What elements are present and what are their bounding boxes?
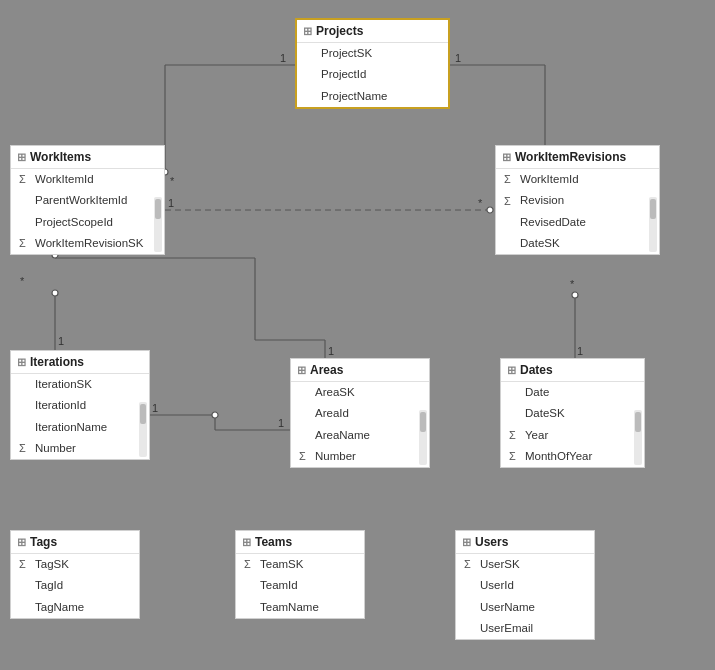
table-field: ΣTeamSK xyxy=(236,554,364,575)
scroll-indicator[interactable] xyxy=(139,402,147,457)
table-name-dates: Dates xyxy=(520,363,553,377)
table-workitems[interactable]: ⊞WorkItemsΣWorkItemIdParentWorkItemIdPro… xyxy=(10,145,165,255)
table-body-tags: ΣTagSKTagIdTagName xyxy=(11,554,139,618)
table-icon: ⊞ xyxy=(303,25,312,38)
scroll-thumb xyxy=(420,412,426,432)
field-name: UserEmail xyxy=(480,620,533,637)
table-field: ΣNumber xyxy=(291,446,417,467)
table-name-teams: Teams xyxy=(255,535,292,549)
table-field: UserId xyxy=(456,575,594,596)
field-name: UserSK xyxy=(480,556,520,573)
table-field: AreaName xyxy=(291,425,417,446)
table-field: ΣYear xyxy=(501,425,632,446)
table-field: UserName xyxy=(456,597,594,618)
field-sigma: Σ xyxy=(509,427,521,444)
field-sigma: Σ xyxy=(19,440,31,457)
table-body-teams: ΣTeamSKTeamIdTeamName xyxy=(236,554,364,618)
field-name: DateSK xyxy=(520,235,560,252)
field-name: Year xyxy=(525,427,548,444)
table-header-users: ⊞Users xyxy=(456,531,594,554)
scroll-indicator[interactable] xyxy=(634,410,642,465)
table-users[interactable]: ⊞UsersΣUserSKUserIdUserNameUserEmail xyxy=(455,530,595,640)
field-sigma: Σ xyxy=(19,556,31,573)
field-name: Date xyxy=(525,384,549,401)
table-header-dates: ⊞Dates xyxy=(501,359,644,382)
field-name: ParentWorkItemId xyxy=(35,192,127,209)
field-name: TeamName xyxy=(260,599,319,616)
field-name: RevisedDate xyxy=(520,214,586,231)
table-field: ProjectScopeId xyxy=(11,212,152,233)
table-field: IterationSK xyxy=(11,374,137,395)
table-areas[interactable]: ⊞AreasAreaSKAreaIdAreaNameΣNumber xyxy=(290,358,430,468)
table-header-workitems: ⊞WorkItems xyxy=(11,146,164,169)
field-name: TagId xyxy=(35,577,63,594)
table-field: TagId xyxy=(11,575,139,596)
table-workitemrevisions[interactable]: ⊞WorkItemRevisionsΣWorkItemIdΣRevisionRe… xyxy=(495,145,660,255)
scroll-indicator[interactable] xyxy=(419,410,427,465)
table-dates[interactable]: ⊞DatesDateDateSKΣYearΣMonthOfYear xyxy=(500,358,645,468)
table-field: TeamName xyxy=(236,597,364,618)
table-icon: ⊞ xyxy=(507,364,516,377)
table-body-dates: DateDateSKΣYearΣMonthOfYear xyxy=(501,382,644,467)
table-field: Date xyxy=(501,382,632,403)
table-body-workitemrevisions: ΣWorkItemIdΣRevisionRevisedDateDateSK xyxy=(496,169,659,254)
field-name: ProjectName xyxy=(321,88,387,105)
field-sigma: Σ xyxy=(299,448,311,465)
table-field: AreaSK xyxy=(291,382,417,403)
table-field: ProjectId xyxy=(297,64,448,85)
field-name: TagSK xyxy=(35,556,69,573)
table-tags[interactable]: ⊞TagsΣTagSKTagIdTagName xyxy=(10,530,140,619)
field-name: Revision xyxy=(520,192,564,209)
scroll-thumb xyxy=(635,412,641,432)
table-field: TagName xyxy=(11,597,139,618)
table-body-areas: AreaSKAreaIdAreaNameΣNumber xyxy=(291,382,429,467)
field-sigma: Σ xyxy=(509,448,521,465)
table-field: IterationId xyxy=(11,395,137,416)
table-body-projects: ProjectSKProjectIdProjectName xyxy=(297,43,448,107)
table-field: ΣNumber xyxy=(11,438,137,459)
table-header-iterations: ⊞Iterations xyxy=(11,351,149,374)
table-teams[interactable]: ⊞TeamsΣTeamSKTeamIdTeamName xyxy=(235,530,365,619)
field-name: ProjectId xyxy=(321,66,366,83)
field-sigma: Σ xyxy=(504,171,516,188)
table-name-workitems: WorkItems xyxy=(30,150,91,164)
scroll-indicator[interactable] xyxy=(649,197,657,252)
field-name: AreaName xyxy=(315,427,370,444)
table-iterations[interactable]: ⊞IterationsIterationSKIterationIdIterati… xyxy=(10,350,150,460)
table-field: ProjectSK xyxy=(297,43,448,64)
scroll-indicator[interactable] xyxy=(154,197,162,252)
field-name: AreaId xyxy=(315,405,349,422)
field-name: UserName xyxy=(480,599,535,616)
table-field: DateSK xyxy=(501,403,632,424)
table-field: ΣRevision xyxy=(496,190,647,211)
table-icon: ⊞ xyxy=(297,364,306,377)
table-icon: ⊞ xyxy=(17,356,26,369)
field-name: DateSK xyxy=(525,405,565,422)
table-name-tags: Tags xyxy=(30,535,57,549)
table-name-workitemrevisions: WorkItemRevisions xyxy=(515,150,626,164)
field-name: ProjectSK xyxy=(321,45,372,62)
table-name-iterations: Iterations xyxy=(30,355,84,369)
field-name: IterationId xyxy=(35,397,86,414)
table-field: TeamId xyxy=(236,575,364,596)
field-name: WorkItemId xyxy=(35,171,94,188)
table-field: ProjectName xyxy=(297,86,448,107)
table-body-iterations: IterationSKIterationIdIterationNameΣNumb… xyxy=(11,374,149,459)
table-field: DateSK xyxy=(496,233,647,254)
table-field: IterationName xyxy=(11,417,137,438)
table-icon: ⊞ xyxy=(502,151,511,164)
table-field: AreaId xyxy=(291,403,417,424)
table-projects[interactable]: ⊞ProjectsProjectSKProjectIdProjectName xyxy=(295,18,450,109)
table-header-projects: ⊞Projects xyxy=(297,20,448,43)
field-name: Number xyxy=(35,440,76,457)
table-icon: ⊞ xyxy=(462,536,471,549)
field-name: TeamSK xyxy=(260,556,303,573)
scroll-thumb xyxy=(650,199,656,219)
field-name: AreaSK xyxy=(315,384,355,401)
field-name: WorkItemId xyxy=(520,171,579,188)
table-field: ΣWorkItemId xyxy=(11,169,152,190)
field-sigma: Σ xyxy=(19,235,31,252)
table-header-tags: ⊞Tags xyxy=(11,531,139,554)
field-name: IterationName xyxy=(35,419,107,436)
field-name: ProjectScopeId xyxy=(35,214,113,231)
